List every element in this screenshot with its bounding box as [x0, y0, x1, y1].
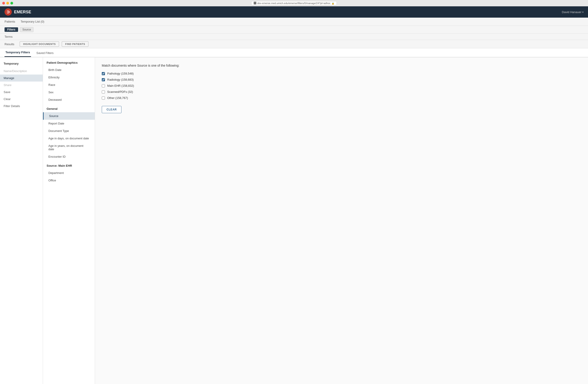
results-row: Results HIGHLIGHT DOCUMENTS FIND PATIENT… [0, 40, 588, 48]
main-content: Temporary Name/Description Manage Share … [0, 57, 588, 384]
mid-item-document-type[interactable]: Document Type [43, 127, 95, 135]
checkbox-item-pathology[interactable]: Pathology (159,548) [102, 72, 581, 75]
title-bar: 🅼 dev-emerse.med.umich.edu/emerse/filter… [0, 0, 588, 6]
url-text: dev-emerse.med.umich.edu/emerse/filters/… [257, 2, 331, 4]
find-patients-button[interactable]: FIND PATIENTS [62, 41, 88, 47]
checkbox-other[interactable] [102, 96, 105, 100]
checkbox-scanned-pdfs[interactable] [102, 90, 105, 94]
sidebar-item-manage[interactable]: Manage [0, 75, 43, 81]
filter-tabs-row: Filters Source [0, 26, 588, 34]
mid-item-deceased[interactable]: Deceased [43, 96, 95, 103]
sidebar-section-label: Temporary [0, 62, 43, 68]
nav-bar: Patients Temporary List (0) [0, 18, 588, 26]
mid-item-race[interactable]: Race [43, 81, 95, 89]
clear-button[interactable]: CLEAR [102, 106, 122, 113]
sidebar-item-filter-details[interactable]: Filter Details [0, 103, 43, 110]
checkbox-pathology[interactable] [102, 72, 105, 75]
window-controls [2, 2, 13, 4]
mid-item-age-days[interactable]: Age in days, on document date [43, 135, 95, 142]
lock-icon: 🔒 [332, 2, 334, 4]
mid-panel: Patient Demographics Birth Date Ethnicit… [43, 57, 95, 384]
chevron-down-icon: ▾ [582, 11, 584, 13]
user-menu[interactable]: David Hanauer ▾ [562, 10, 584, 14]
close-dot[interactable] [2, 2, 5, 4]
checkbox-radiology[interactable] [102, 78, 105, 81]
mid-item-sex[interactable]: Sex [43, 89, 95, 96]
checkbox-label-radiology: Radiology (158,683) [107, 78, 134, 81]
checkbox-list: Pathology (159,548) Radiology (158,683) … [102, 72, 581, 100]
logo-icon: ∋ [4, 8, 12, 16]
user-name: David Hanauer [562, 10, 581, 14]
mid-item-age-years[interactable]: Age in years, on document date [43, 142, 95, 153]
checkbox-main-ehr[interactable] [102, 84, 105, 87]
sidebar-item-name-description: Name/Description [0, 68, 43, 75]
mid-item-source[interactable]: Source [43, 112, 95, 120]
minimize-dot[interactable] [6, 2, 9, 4]
tab-temporary-filters[interactable]: Temporary Filters [4, 51, 31, 57]
checkbox-item-other[interactable]: Other (158,767) [102, 96, 581, 100]
checkbox-label-pathology: Pathology (159,548) [107, 72, 134, 75]
secondary-tab-bar: Temporary Filters Saved Filters [0, 48, 588, 57]
sidebar-item-share: Share [0, 81, 43, 89]
results-label: Results [4, 42, 14, 46]
app-logo: ∋ EMERSE [4, 8, 31, 16]
mid-item-department[interactable]: Department [43, 169, 95, 177]
sidebar-item-clear[interactable]: Clear [0, 96, 43, 103]
nav-temporary-list[interactable]: Temporary List (0) [21, 18, 44, 26]
filters-tab[interactable]: Filters [4, 27, 18, 32]
app-name: EMERSE [14, 10, 31, 15]
mid-item-encounter-id[interactable]: Encounter ID [43, 153, 95, 160]
sidebar-item-save[interactable]: Save [0, 89, 43, 96]
url-bar[interactable]: 🅼 dev-emerse.med.umich.edu/emerse/filter… [251, 1, 337, 5]
mid-item-office[interactable]: Office [43, 177, 95, 184]
tab-saved-filters[interactable]: Saved Filters [36, 51, 55, 57]
checkbox-item-main-ehr[interactable]: Main EHR (158,832) [102, 84, 581, 87]
terms-row: Terms [0, 34, 588, 40]
maximize-dot[interactable] [10, 2, 13, 4]
mid-item-birth-date[interactable]: Birth Date [43, 66, 95, 74]
checkbox-label-main-ehr: Main EHR (158,832) [107, 84, 134, 87]
right-panel: Match documents where Source is one of t… [95, 57, 588, 384]
checkbox-label-other: Other (158,767) [107, 96, 128, 100]
nav-patients[interactable]: Patients [4, 18, 15, 26]
favicon: 🅼 [254, 2, 256, 4]
checkbox-item-scanned-pdfs[interactable]: Scanned/PDFs (32) [102, 90, 581, 94]
checkbox-item-radiology[interactable]: Radiology (158,683) [102, 78, 581, 81]
mid-item-report-date[interactable]: Report Date [43, 120, 95, 127]
sidebar: Temporary Name/Description Manage Share … [0, 57, 43, 384]
highlight-documents-button[interactable]: HIGHLIGHT DOCUMENTS [20, 41, 59, 47]
mid-section-patient-demographics: Patient Demographics [43, 57, 95, 66]
checkbox-label-scanned-pdfs: Scanned/PDFs (32) [107, 90, 133, 94]
app-header: ∋ EMERSE David Hanauer ▾ [0, 6, 588, 18]
terms-label: Terms [4, 35, 12, 38]
mid-section-general: General [43, 103, 95, 112]
mid-section-source-main-ehr: Source: Main EHR [43, 160, 95, 169]
source-badge[interactable]: Source [20, 27, 33, 32]
right-panel-heading: Match documents where Source is one of t… [102, 64, 581, 67]
mid-item-ethnicity[interactable]: Ethnicity [43, 74, 95, 81]
